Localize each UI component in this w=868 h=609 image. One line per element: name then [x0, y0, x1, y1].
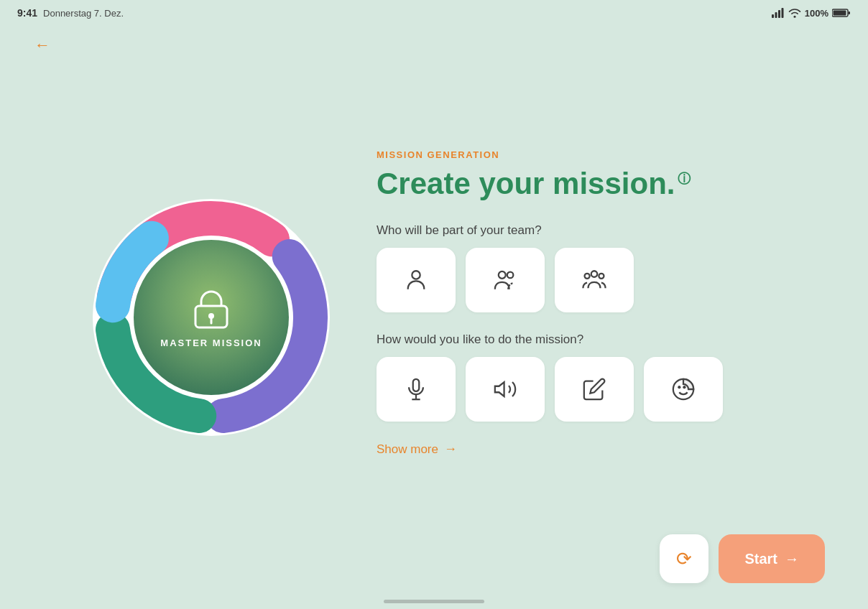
- wifi-icon: [788, 8, 801, 18]
- svg-point-13: [507, 272, 514, 279]
- home-indicator: [384, 600, 484, 603]
- microphone-icon: [404, 377, 428, 401]
- battery-percentage: 100%: [805, 8, 828, 19]
- svg-rect-17: [413, 379, 420, 391]
- option-group[interactable]: [555, 248, 634, 312]
- page-title: Create your mission.ⓘ: [377, 167, 779, 200]
- status-time: 9:41: [17, 7, 37, 19]
- battery-icon: [832, 8, 851, 18]
- svg-rect-0: [772, 14, 774, 18]
- svg-rect-2: [778, 10, 780, 18]
- option-pencil[interactable]: [555, 357, 634, 422]
- team-options-row: [377, 248, 779, 312]
- start-arrow: →: [785, 551, 799, 567]
- sticker-icon: [671, 377, 696, 401]
- person-icon: [404, 268, 428, 292]
- back-button[interactable]: ←: [34, 37, 50, 53]
- start-button[interactable]: Start →: [719, 534, 825, 583]
- option-speaker[interactable]: [466, 357, 545, 422]
- svg-point-16: [599, 274, 604, 279]
- svg-point-12: [499, 271, 506, 279]
- start-label: Start: [744, 551, 777, 567]
- main-content: MASTER MISSION MISSION GENERATION Create…: [0, 26, 868, 609]
- group-icon: [582, 268, 606, 292]
- svg-rect-3: [781, 8, 783, 18]
- svg-point-15: [585, 274, 590, 279]
- option-solo[interactable]: [377, 248, 456, 312]
- two-persons-icon: [493, 268, 517, 292]
- bottom-actions: ⟳ Start →: [660, 534, 825, 583]
- pencil-icon: [582, 377, 606, 401]
- donut-svg: MASTER MISSION: [89, 195, 333, 440]
- status-date: Donnerstag 7. Dez.: [43, 8, 124, 19]
- svg-point-14: [591, 271, 598, 277]
- info-icon[interactable]: ⓘ: [678, 172, 691, 186]
- master-mission-label: MASTER MISSION: [160, 338, 262, 348]
- signal-icon: [772, 8, 785, 18]
- refresh-button[interactable]: ⟳: [660, 534, 708, 583]
- donut-chart: MASTER MISSION: [89, 195, 333, 440]
- svg-marker-20: [495, 382, 504, 396]
- speaker-icon: [493, 377, 517, 401]
- svg-point-22: [678, 386, 680, 389]
- team-question: Who will be part of your team?: [377, 223, 779, 238]
- option-microphone[interactable]: [377, 357, 456, 422]
- right-panel: MISSION GENERATION Create your mission.ⓘ…: [377, 149, 779, 485]
- section-label: MISSION GENERATION: [377, 149, 779, 160]
- mission-options-row: [377, 357, 779, 422]
- svg-rect-6: [849, 11, 851, 14]
- option-duo[interactable]: [466, 248, 545, 312]
- status-bar: 9:41 Donnerstag 7. Dez. 100%: [0, 0, 868, 26]
- mission-question: How would you like to do the mission?: [377, 333, 779, 347]
- show-more-label: Show more: [377, 442, 438, 457]
- option-sticker[interactable]: [644, 357, 723, 422]
- show-more-button[interactable]: Show more →: [377, 442, 457, 457]
- svg-point-11: [412, 271, 420, 279]
- svg-point-23: [683, 386, 685, 389]
- status-icons: 100%: [772, 8, 851, 19]
- svg-rect-5: [834, 11, 846, 16]
- show-more-arrow: →: [444, 442, 457, 457]
- refresh-icon: ⟳: [676, 548, 692, 570]
- svg-rect-1: [775, 12, 777, 18]
